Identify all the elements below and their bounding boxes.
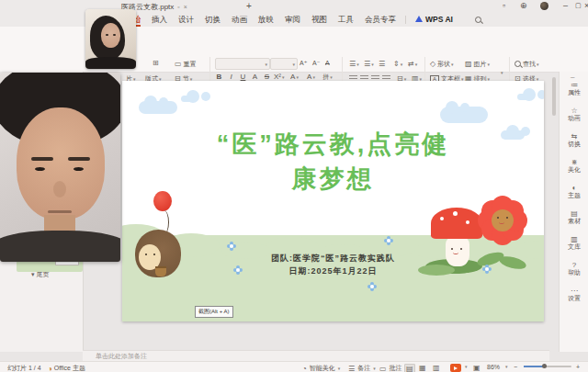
restore-button[interactable]: ▢ (575, 2, 582, 9)
wps-ai-logo-icon (415, 16, 423, 22)
tab-wps-ai[interactable]: WPS AI (410, 13, 458, 27)
mushroom-smile-shape (453, 250, 458, 254)
comment-button[interactable]: ▭批注 (379, 364, 402, 372)
tab-insert[interactable]: 插入 (146, 13, 173, 27)
search-icon[interactable] (475, 17, 481, 23)
vertical-scrollbar[interactable] (552, 77, 556, 116)
beautify-icon: ⋇ (560, 158, 588, 166)
sidebar-collapse-icon[interactable]: – (571, 73, 574, 81)
grass-hill-shape (122, 235, 544, 321)
tab-transition[interactable]: 切换 (199, 13, 226, 27)
menu-divider (405, 16, 406, 24)
sidebar-item-animation[interactable]: ☆动画 (560, 107, 588, 122)
italic-button[interactable]: I (226, 73, 236, 81)
reading-view-button[interactable]: ▥ (432, 364, 441, 372)
reset-button[interactable]: ▭ 重置 (175, 60, 197, 69)
close-button[interactable]: × (584, 1, 588, 10)
picture-icon: ▨ (465, 60, 472, 68)
superscript-button[interactable]: X² (274, 73, 284, 81)
sidebar-item-transition[interactable]: ⇆切换 (560, 132, 588, 148)
slide-canvas[interactable]: “医”路云教,点亮健 康梦想 团队:医学院“医”路云教实践队 日期:2025年1… (122, 81, 544, 321)
find-button[interactable]: 查找 (514, 60, 538, 69)
zoom-thumb-handle[interactable] (542, 364, 547, 368)
number-list-button[interactable]: ☰ (364, 60, 374, 68)
normal-view-button[interactable]: ▤ (404, 364, 415, 372)
clear-format-button[interactable]: A (325, 60, 330, 66)
webcam-video-large[interactable] (0, 73, 120, 262)
play-slideshow-button[interactable] (450, 364, 461, 372)
tab-animation[interactable]: 动画 (226, 13, 253, 27)
indent-button[interactable]: ☰ (379, 60, 385, 68)
sidebar-item-help[interactable]: ?帮助 (560, 261, 588, 276)
notes-input[interactable]: 单击此处添加备注 (83, 350, 549, 361)
tab-design[interactable]: 设计 (173, 13, 199, 27)
webcam-woman-eye (113, 34, 116, 36)
theme-icon: ◐ (560, 184, 588, 192)
play-options-caret-icon[interactable] (464, 364, 468, 369)
tab-view[interactable]: 视图 (306, 13, 333, 27)
tab-tools[interactable]: 工具 (333, 13, 359, 27)
webcam-woman-eye (106, 34, 108, 36)
new-tab-button[interactable]: + (246, 1, 252, 11)
sidebar-item-properties[interactable]: ≔属性 (560, 81, 588, 96)
webcam-woman-body (85, 57, 136, 69)
tab-review[interactable]: 审阅 (279, 13, 306, 27)
zoom-slider[interactable] (524, 366, 571, 367)
flower-eye-shape (497, 217, 499, 219)
webcam-man-face (17, 107, 105, 220)
find-icon (514, 61, 521, 67)
tab-member[interactable]: 会员专享 (359, 13, 401, 27)
zoom-fill (524, 366, 544, 367)
strikethrough-button[interactable]: S (262, 73, 272, 81)
underline-button[interactable]: U (238, 73, 248, 81)
hedgehog-eye-shape (153, 254, 155, 255)
layout-grid-icon[interactable]: ⊞ (153, 59, 159, 67)
tab-restore-icon[interactable]: ▫ (177, 4, 179, 10)
bold-button[interactable]: B (214, 73, 224, 81)
tab-close-icon[interactable]: × (184, 4, 187, 10)
cloud-shape (181, 96, 196, 102)
text-direction-button[interactable]: ⇄ (408, 60, 417, 68)
right-sidebar: – ≔属性 ☆动画 ⇆切换 ⋇美化 ◐主题 ▤素材 ▥文库 ?帮助 ⋯设置 (559, 72, 588, 352)
zoom-in-button[interactable]: + (576, 364, 580, 370)
theme-button[interactable]: ◑Office 主题 (48, 364, 85, 372)
webcam-man-eyebrow (68, 157, 90, 161)
mushroom-dot-shape (453, 211, 458, 216)
sidebar-item-material[interactable]: ▤素材 (560, 209, 588, 225)
grow-font-button[interactable]: A⁺ (300, 60, 307, 67)
sidebar-item-library[interactable]: ▥文库 (560, 235, 588, 251)
zoom-level[interactable]: 86% (487, 364, 500, 370)
sidebar-item-settings[interactable]: ⋯设置 (560, 287, 588, 302)
sidebar-item-beautify[interactable]: ⋇美化 (560, 158, 588, 174)
slide-title-line1: “医”路云教,点亮健 (122, 127, 544, 162)
fit-to-window-button[interactable]: ▣ (472, 364, 481, 372)
hedgehog-eye-shape (145, 254, 147, 255)
shrink-font-button[interactable]: A⁻ (312, 60, 320, 67)
sidebar-item-theme[interactable]: ◐主题 (560, 184, 588, 199)
smart-beautify-button[interactable]: ◔智能美化 (301, 364, 340, 372)
line-spacing-button[interactable]: ⇕ (393, 60, 402, 68)
window-layout-icon[interactable]: ▫ (503, 1, 505, 10)
shadow-button[interactable]: A (250, 73, 260, 81)
panel-section-header[interactable]: ▾ 尾页 (31, 270, 49, 279)
bullet-list-button[interactable]: ☰ (349, 60, 359, 68)
shape-button[interactable]: ◇ 形状 (430, 60, 454, 69)
font-family-select[interactable] (215, 58, 270, 70)
slide-title[interactable]: “医”路云教,点亮健 康梦想 (122, 127, 544, 197)
globe-icon[interactable]: ⊕ (520, 1, 527, 10)
webcam-man-eye (35, 167, 45, 171)
tab-slideshow[interactable]: 放映 (253, 13, 279, 27)
webcam-video-small[interactable] (85, 9, 136, 69)
red-balloon-shape (153, 191, 172, 211)
picture-button[interactable]: ▨ 图片 (465, 60, 490, 69)
grass-tuft-shape (418, 265, 455, 276)
minimize-button[interactable]: – (563, 1, 568, 10)
document-tab[interactable]: 医路云支教.pptx ▫ × (118, 0, 246, 13)
font-size-select[interactable] (270, 58, 298, 70)
user-avatar[interactable] (540, 2, 548, 10)
notes-button[interactable]: ☰备注 (347, 364, 376, 372)
slide-sorter-view-button[interactable]: ▦ (418, 364, 427, 372)
zoom-caret-icon[interactable] (504, 364, 508, 369)
zoom-out-button[interactable]: − (514, 364, 517, 370)
transition-icon: ⇆ (560, 132, 588, 141)
